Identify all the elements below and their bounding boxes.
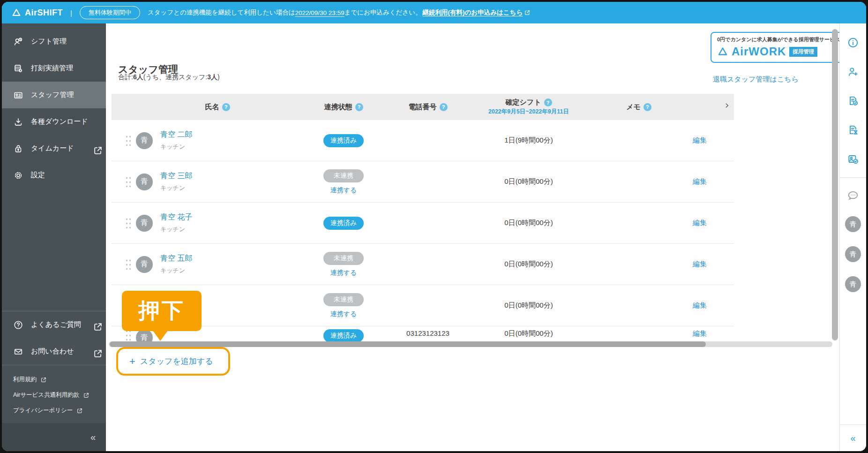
horizontal-scrollbar: [109, 341, 832, 347]
help-icon[interactable]: ?: [222, 103, 230, 111]
edit-cell: 編集: [688, 177, 734, 186]
sidebar-menu: シフト管理打刻実績管理スタッフ管理各種ダウンロードタイムカード設定: [2, 23, 106, 189]
help-icon[interactable]: ?: [544, 98, 552, 106]
shift-cell: 0日(0時間00分): [468, 219, 590, 227]
doc-hourglass-icon[interactable]: [847, 124, 859, 136]
link-action[interactable]: 連携する: [330, 186, 357, 195]
sidebar-item-shift-management[interactable]: シフト管理: [2, 28, 106, 55]
rail-collapse-button[interactable]: «: [850, 433, 855, 444]
drag-handle-icon[interactable]: [125, 135, 132, 147]
legal-link-air-common-terms[interactable]: Airサービス共通利用約款: [13, 387, 106, 403]
card-check-icon[interactable]: [847, 153, 859, 165]
horizontal-scrollbar-thumb[interactable]: [110, 341, 706, 347]
header-memo: メモ?: [590, 103, 688, 112]
staff-name-cell: 青青空 三郎キッチン: [136, 171, 299, 192]
rail-avatar[interactable]: 青: [845, 216, 861, 232]
staff-name-link[interactable]: 青空 花子: [160, 212, 192, 222]
main-content: スタッフ管理 合計:6人(うち、連携スタッフ:3人) 0円でカンタンに求人募集が…: [106, 23, 840, 451]
banner-deadline-link[interactable]: 2022/09/30 23:59: [295, 9, 344, 16]
help-icon[interactable]: ?: [355, 103, 363, 111]
edit-link[interactable]: 編集: [693, 260, 707, 269]
drag-handle-cell: [112, 258, 136, 271]
airwork-banner-clip: 0円でカンタンに求人募集ができる採用管理サービス AirWORK 採用管理: [711, 32, 842, 72]
edit-link[interactable]: 編集: [693, 329, 707, 338]
drag-handle-icon[interactable]: [125, 217, 132, 229]
summary-part: 合計:: [118, 73, 133, 81]
name-block: 青空 花子キッチン: [160, 212, 192, 234]
sidebar-help-menu: よくあるご質問お問い合わせ: [2, 311, 106, 365]
staff-role: キッチン: [160, 266, 192, 275]
status-badge: 未連携: [323, 252, 364, 265]
rail-avatar[interactable]: 青: [845, 276, 861, 292]
sidebar-item-label: 打刻実績管理: [31, 64, 99, 73]
chat-bubble-icon[interactable]: [846, 189, 860, 202]
airshift-triangle-icon: [11, 8, 22, 18]
staff-name-link[interactable]: 青空 二郎: [160, 130, 192, 140]
scroll-right-chevron-icon[interactable]: [724, 102, 730, 109]
link-action[interactable]: 連携する: [330, 269, 357, 277]
rail-avatar[interactable]: 青: [845, 246, 861, 262]
airshift-logo[interactable]: AirSHIFT: [11, 8, 63, 18]
shift-cell: 0日(0時間00分): [468, 177, 590, 186]
header-status: 連携状態?: [299, 103, 388, 112]
right-rail: 青青青 «: [839, 23, 866, 451]
retired-staff-link[interactable]: 退職スタッフ管理はこちら: [713, 75, 799, 83]
legal-link-label: Airサービス共通利用約款: [13, 391, 79, 399]
edit-cell: 編集: [688, 301, 734, 310]
sidebar: シフト管理打刻実績管理スタッフ管理各種ダウンロードタイムカード設定 よくあるご質…: [2, 23, 106, 451]
info-icon[interactable]: [847, 37, 859, 49]
phone-cell: 03123123123: [388, 326, 468, 337]
airshift-logo-text: AirSHIFT: [25, 8, 63, 18]
sidebar-item-contact[interactable]: お問い合わせ: [2, 338, 106, 365]
shift-value: 0日(0時間00分): [504, 219, 553, 227]
table-row: 青青空 三郎キッチン未連携連携する0日(0時間00分)編集: [112, 161, 734, 203]
edit-cell: 編集: [688, 326, 734, 338]
sidebar-item-staff-management[interactable]: スタッフ管理: [2, 82, 106, 108]
sidebar-item-faq[interactable]: よくあるご質問: [2, 311, 106, 338]
external-link-icon: [93, 348, 99, 355]
sidebar-item-settings[interactable]: 設定: [2, 162, 106, 189]
airwork-banner[interactable]: 0円でカンタンに求人募集ができる採用管理サービス AirWORK 採用管理: [711, 32, 842, 63]
drag-handle-icon[interactable]: [125, 258, 132, 271]
drag-handle-cell: [112, 135, 136, 147]
external-link-icon: [524, 9, 531, 16]
sidebar-item-timecard[interactable]: タイムカード: [2, 135, 106, 162]
staff-name-link[interactable]: 青空 三郎: [160, 171, 192, 181]
staff-name-cell: 青青空 五郎キッチン: [136, 254, 299, 275]
avatar: 青: [136, 329, 153, 342]
sidebar-item-downloads[interactable]: 各種ダウンロード: [2, 108, 106, 135]
add-staff-button[interactable]: + スタッフを追加する: [127, 355, 216, 367]
edit-link[interactable]: 編集: [693, 136, 707, 145]
help-icon[interactable]: ?: [644, 103, 651, 111]
drag-handle-cell: [112, 176, 136, 188]
sidebar-item-label: スタッフ管理: [31, 91, 99, 99]
edit-link[interactable]: 編集: [693, 177, 707, 186]
rail-divider: [840, 177, 866, 178]
help-icon[interactable]: ?: [440, 103, 448, 111]
app-window: AirSHIFT | 無料体験期間中 スタッフとの連携機能を継続して利用したい場…: [2, 2, 866, 451]
shift-cell: 0日(0時間00分): [468, 326, 590, 338]
table-body: 青青空 二郎キッチン連携済み1日(9時間00分)編集青青空 三郎キッチン未連携連…: [112, 120, 734, 342]
drag-handle-icon[interactable]: [125, 176, 132, 188]
doc-check-icon[interactable]: [847, 95, 859, 107]
sidebar-item-label: お問い合わせ: [31, 347, 85, 356]
link-action[interactable]: 連携する: [330, 310, 357, 318]
banner-cta-link[interactable]: 継続利用(有料)のお申込みはこちら: [423, 8, 531, 17]
staff-name-link[interactable]: 青空 五郎: [160, 254, 192, 264]
status-badge: 未連携: [323, 293, 364, 306]
legal-link-privacy-policy[interactable]: プライバシーポリシー: [13, 403, 106, 418]
memo-cell: [590, 326, 688, 329]
edit-link[interactable]: 編集: [693, 219, 707, 227]
sidebar-collapse-button[interactable]: «: [90, 432, 96, 443]
vertical-scrollbar-thumb[interactable]: [832, 29, 838, 340]
shift-cell: 1日(9時間00分): [468, 136, 590, 145]
shift-date-range[interactable]: 2022年9月5日~2022年9月11日: [488, 108, 569, 116]
summary-part: 6人: [133, 73, 143, 81]
avatar: 青: [136, 256, 153, 273]
status-cell: 連携済み: [299, 217, 388, 230]
person-add-icon[interactable]: [847, 66, 859, 78]
external-link-icon: [76, 408, 83, 414]
sidebar-item-time-record-management[interactable]: 打刻実績管理: [2, 55, 106, 82]
edit-link[interactable]: 編集: [693, 301, 707, 310]
legal-link-terms[interactable]: 利用規約: [13, 372, 106, 387]
